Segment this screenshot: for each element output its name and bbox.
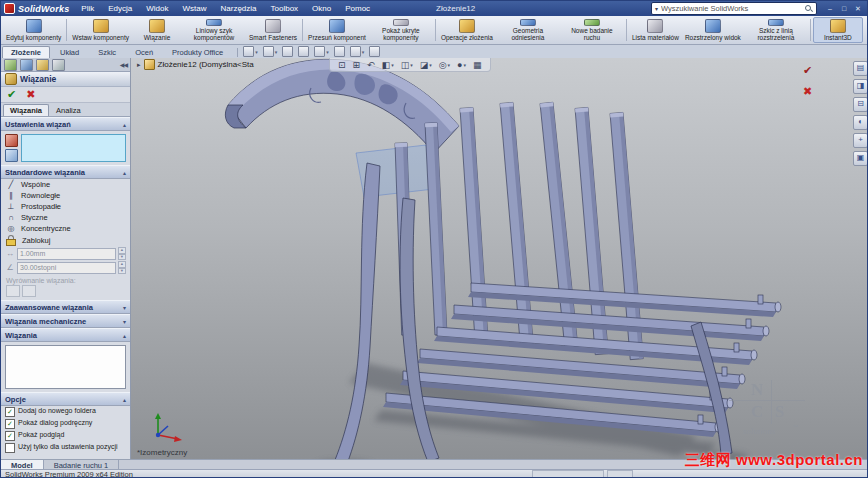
mate-concentric-button[interactable]: ◎ Koncentryczne [1, 223, 130, 234]
cancel-button[interactable]: ✖ [26, 88, 35, 101]
option-add-to-new-folder[interactable]: ✓ Dodaj do nowego foldera [1, 406, 130, 418]
confirm-cancel-icon[interactable]: ✖ [803, 85, 812, 98]
smart-fasteners-button[interactable]: Smart Fasteners [246, 17, 300, 43]
display-style-icon[interactable]: ◪▾ [420, 60, 432, 70]
menu-wstaw[interactable]: Wstaw [176, 3, 212, 14]
section-mechanical-mates[interactable]: Wiązania mechaniczne ▾ [1, 314, 130, 328]
side-tool-icon[interactable]: ◨ [853, 79, 868, 94]
insert-components-button[interactable]: Wstaw komponenty [69, 17, 132, 43]
mate-tangent-button[interactable]: ∩ Styczne [1, 212, 130, 223]
section-options[interactable]: Opcje ▴ [1, 392, 130, 406]
menu-edycja[interactable]: Edycja [102, 3, 138, 14]
section-standard-mates[interactable]: Standardowe wiązania ▴ [1, 165, 130, 179]
search-box[interactable]: ▾ Wyszukiwanie SolidWorks [651, 2, 817, 15]
menu-pomoc[interactable]: Pomoc [339, 3, 376, 14]
section-mates-list[interactable]: Wiązania ▴ [1, 328, 130, 342]
tab-szkic[interactable]: Szkic [89, 46, 125, 58]
tree-expand-icon[interactable]: ▸ [137, 61, 141, 69]
feature-manager-tab-icon[interactable] [4, 59, 17, 71]
zoom-fit-icon[interactable]: ⊡ [338, 60, 346, 70]
distance-input[interactable]: 1.00mm [17, 248, 116, 260]
linear-pattern-button[interactable]: Liniowy szyk komponentów [182, 17, 246, 43]
edit-components-button[interactable]: Edytuj komponenty [3, 17, 64, 43]
tab-produkty-office[interactable]: Produkty Office [163, 46, 232, 58]
exploded-view-button[interactable]: Rozstrzelony widok [682, 17, 744, 43]
instant3d-button[interactable]: Instant3D [813, 17, 863, 43]
bill-of-materials-button[interactable]: Lista materiałów [629, 17, 682, 43]
option-show-popup-dialog[interactable]: ✓ Pokaż dialog podręczny [1, 418, 130, 430]
property-manager-tab-icon[interactable] [20, 59, 33, 71]
angle-spinner[interactable]: ▴ ▾ [118, 261, 126, 274]
scene-icon[interactable]: ▦ [473, 60, 482, 70]
distance-spinner[interactable]: ▴ ▾ [118, 247, 126, 260]
search-icon[interactable] [804, 4, 813, 13]
show-hidden-components-button[interactable]: Pokaż ukryte komponenty [369, 17, 433, 43]
ok-button[interactable]: ✔ [7, 88, 16, 101]
section-view-icon[interactable]: ◧▾ [382, 60, 394, 70]
search-input[interactable]: Wyszukiwanie SolidWorks [661, 4, 801, 13]
explode-line-sketch-button[interactable]: Szkic z linią rozstrzelenia [744, 17, 808, 43]
side-tool-icon[interactable]: ⊟ [853, 97, 868, 112]
mates-listbox[interactable] [5, 345, 126, 389]
checkbox[interactable]: ✓ [5, 419, 15, 429]
side-tool-icon[interactable]: ◐ [853, 115, 868, 130]
zoom-area-icon[interactable]: ⊞ [353, 60, 361, 70]
appearances-icon[interactable]: ●▾ [457, 60, 466, 70]
checkbox[interactable]: ✓ [5, 407, 15, 417]
menu-widok[interactable]: Widok [140, 3, 174, 14]
feature-tree-root[interactable]: ▸ Złożenie12 (Domyślna<Sta [137, 59, 254, 70]
ribbon-tool-icon[interactable] [369, 46, 380, 57]
ribbon-tool-icon[interactable] [298, 46, 309, 57]
view-orientation-icon[interactable]: ◫▾ [401, 60, 413, 70]
mate-perpendicular-button[interactable]: ⊥ Prostopadłe [1, 201, 130, 212]
tab-wiazania[interactable]: Wiązania [3, 104, 49, 116]
tab-ocen[interactable]: Oceń [126, 46, 162, 58]
hide-show-items-icon[interactable]: ◎▾ [439, 60, 450, 70]
menu-plik[interactable]: Plik [75, 3, 100, 14]
configuration-manager-tab-icon[interactable] [36, 59, 49, 71]
reference-geometry-button[interactable]: Geometria odniesienia [496, 17, 560, 43]
assembly-features-button[interactable]: Operacje złożenia [438, 17, 496, 43]
checkbox[interactable]: ✓ [5, 431, 15, 441]
anti-aligned-button[interactable] [22, 285, 36, 297]
tab-analiza[interactable]: Analiza [49, 104, 88, 116]
previous-view-icon[interactable]: ↶ [367, 60, 375, 70]
mate-button[interactable]: Wiązanie [132, 17, 182, 43]
crest-rail[interactable] [225, 59, 459, 153]
search-dropdown-icon[interactable]: ▾ [655, 5, 658, 12]
menu-narzedzia[interactable]: Narzędzia [214, 3, 262, 14]
side-tool-icon[interactable]: + [853, 133, 868, 148]
dimxpert-tab-icon[interactable] [52, 59, 65, 71]
checkbox[interactable] [5, 443, 15, 453]
close-button[interactable]: ✕ [853, 5, 863, 13]
graphics-area[interactable]: ▸ Złożenie12 (Domyślna<Sta ⊡ ⊞ ↶ ◧▾ ◫▾ ◪… [131, 58, 868, 459]
tab-uklad[interactable]: Układ [51, 46, 88, 58]
ribbon-tool-icon[interactable]: ▾ [314, 46, 329, 57]
ribbon-tool-icon[interactable] [334, 46, 345, 57]
minimize-button[interactable]: – [825, 5, 835, 13]
mate-lock-button[interactable]: Zablokuj [1, 234, 130, 246]
confirm-ok-icon[interactable]: ✔ [803, 64, 812, 77]
side-tool-icon[interactable]: ▤ [853, 61, 868, 76]
ribbon-tool-icon[interactable] [282, 46, 293, 57]
ribbon-tool-icon[interactable]: ▾ [350, 46, 365, 57]
new-motion-study-button[interactable]: Nowe badanie ruchu [560, 17, 624, 43]
angle-input[interactable]: 30.00stopni [17, 262, 116, 274]
section-advanced-mates[interactable]: Zaawansowane wiązania ▾ [1, 300, 130, 314]
maximize-button[interactable]: □ [839, 5, 849, 13]
ribbon-tool-icon[interactable]: ▾ [263, 46, 278, 57]
side-tool-icon[interactable]: ▣ [853, 151, 868, 166]
mate-parallel-button[interactable]: ∥ Równoległe [1, 190, 130, 201]
panel-collapse-icon[interactable]: ◀◀ [120, 61, 127, 68]
aligned-button[interactable] [6, 285, 20, 297]
menu-toolbox[interactable]: Toolbox [265, 3, 305, 14]
move-component-button[interactable]: Przesuń komponent [305, 17, 369, 43]
mate-coincident-button[interactable]: ╱ Wspólne [1, 179, 130, 190]
ribbon-tool-icon[interactable]: ▾ [243, 46, 258, 57]
section-mate-selections[interactable]: Ustawienia wiązań ▴ [1, 117, 130, 131]
option-use-for-positioning-only[interactable]: Użyj tylko dla ustawienia pozycji [1, 442, 130, 454]
tab-zlozenie[interactable]: Złożenie [2, 46, 50, 58]
menu-okno[interactable]: Okno [306, 3, 337, 14]
option-show-preview[interactable]: ✓ Pokaż podgląd [1, 430, 130, 442]
mate-selection-listbox[interactable] [21, 134, 126, 162]
